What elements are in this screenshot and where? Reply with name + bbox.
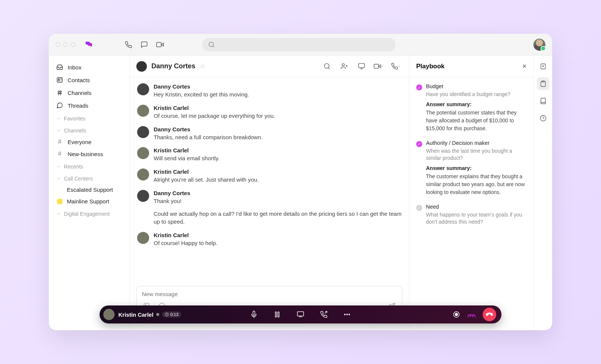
section-recents[interactable]: Recents bbox=[49, 160, 129, 172]
search-icon bbox=[208, 41, 215, 48]
transfer-icon[interactable] bbox=[319, 309, 329, 320]
right-rail bbox=[533, 56, 552, 330]
callcenter-mainline[interactable]: Mainline Support bbox=[49, 196, 129, 207]
svg-rect-34 bbox=[297, 312, 304, 316]
svg-rect-3 bbox=[57, 78, 62, 82]
record-icon[interactable] bbox=[451, 309, 462, 320]
close-window[interactable] bbox=[56, 42, 60, 47]
message-author: Kristin Carlel bbox=[154, 147, 402, 153]
message-author: Danny Cortes bbox=[154, 126, 402, 132]
message-text: Of course! Happy to help. bbox=[154, 239, 402, 247]
sidebar: Inbox Contacts Channels Threads Favorite… bbox=[49, 56, 130, 330]
message-input[interactable] bbox=[142, 291, 397, 297]
svg-point-40 bbox=[455, 313, 458, 316]
add-note-icon[interactable] bbox=[537, 60, 550, 73]
call-icon[interactable] bbox=[122, 38, 135, 51]
section-label: Call Centers bbox=[64, 176, 93, 182]
svg-rect-33 bbox=[278, 312, 279, 317]
hold-icon[interactable] bbox=[272, 309, 282, 320]
check-icon bbox=[416, 84, 422, 90]
favorite-star-icon[interactable]: ☆ bbox=[200, 63, 205, 70]
maximize-window[interactable] bbox=[71, 42, 75, 47]
hash-icon: # bbox=[56, 138, 63, 145]
nav-threads[interactable]: Threads bbox=[49, 99, 129, 112]
message-text: Alright you're all set. Just shared with… bbox=[154, 176, 402, 184]
message-icon[interactable] bbox=[137, 38, 151, 51]
message-author: Kristin Carlel bbox=[154, 168, 402, 175]
messages-list: Danny CortesHey Kristin, excited to get … bbox=[130, 77, 409, 283]
chevron-down-icon bbox=[56, 176, 61, 181]
chevron-up-icon bbox=[56, 116, 61, 121]
minimize-window[interactable] bbox=[63, 42, 68, 47]
section-favorites[interactable]: Favorites bbox=[49, 112, 129, 124]
video-icon[interactable] bbox=[153, 38, 167, 51]
message-text: Will send via email shortly. bbox=[154, 154, 402, 162]
channel-new-business[interactable]: # New-business bbox=[49, 148, 129, 160]
section-channels[interactable]: Channels bbox=[49, 124, 129, 136]
svg-rect-32 bbox=[275, 312, 276, 317]
svg-rect-17 bbox=[374, 64, 378, 68]
playbook-body: BudgetHave you identified a budget range… bbox=[409, 77, 533, 330]
playbook-item-title: Authority / Decision maker bbox=[426, 140, 527, 146]
conversation-header: Danny Cortes ☆ bbox=[130, 56, 409, 77]
hangup-button[interactable] bbox=[483, 308, 496, 321]
call-contact-name: Kristin Carlel bbox=[118, 311, 153, 318]
call-status-dot bbox=[156, 313, 159, 316]
message-row: Kristin CarlelOf course! Happy to help. bbox=[137, 232, 402, 247]
section-callcenters[interactable]: Call Centers bbox=[49, 172, 129, 184]
svg-point-11 bbox=[342, 63, 344, 66]
nav-label: Channels bbox=[68, 90, 91, 96]
playbook-header: Playbook × bbox=[409, 56, 533, 77]
svg-point-37 bbox=[347, 314, 348, 315]
profile-avatar[interactable] bbox=[533, 39, 545, 51]
video-call-icon[interactable] bbox=[372, 60, 385, 73]
phone-call-icon[interactable] bbox=[390, 60, 402, 73]
svg-rect-14 bbox=[358, 63, 364, 68]
callcenter-label: Escalated Support bbox=[67, 187, 113, 193]
playbook-question: What happens to your team's goals if you… bbox=[426, 211, 527, 226]
message-avatar bbox=[137, 190, 149, 202]
playbook-question: When was the last time you bought a simi… bbox=[426, 147, 527, 162]
svg-point-1 bbox=[209, 42, 213, 47]
message-text: Could we actually hop on a call? I'd lik… bbox=[154, 210, 402, 226]
message-row: Kristin CarlelWill send via email shortl… bbox=[137, 147, 402, 162]
callcenter-escalated[interactable]: Escalated Support bbox=[49, 184, 129, 196]
mute-icon[interactable] bbox=[249, 309, 259, 320]
inbox-icon bbox=[56, 64, 63, 71]
nav-channels[interactable]: Channels bbox=[49, 86, 129, 99]
add-person-icon[interactable] bbox=[338, 60, 350, 73]
nav-label: Inbox bbox=[68, 64, 82, 71]
section-label: Channels bbox=[64, 128, 86, 134]
message-avatar bbox=[137, 83, 149, 95]
message-avatar bbox=[137, 126, 149, 138]
playbook-summary-label: Answer summary: bbox=[426, 101, 527, 107]
close-icon[interactable]: × bbox=[522, 62, 527, 71]
section-label: Recents bbox=[64, 164, 83, 170]
nav-inbox[interactable]: Inbox bbox=[49, 61, 129, 74]
app-window: Inbox Contacts Channels Threads Favorite… bbox=[49, 34, 552, 330]
playbook-question: Have you identified a budget range? bbox=[426, 91, 527, 98]
contact-name: Danny Cortes bbox=[151, 62, 195, 70]
color-swatch bbox=[57, 187, 62, 193]
conversation-panel: Danny Cortes ☆ Danny CortesHey Kristin, … bbox=[130, 56, 409, 330]
message-avatar bbox=[137, 105, 149, 117]
nav-contacts[interactable]: Contacts bbox=[49, 74, 129, 86]
section-digital-engagement[interactable]: Digital Engagement bbox=[49, 207, 129, 219]
clipboard-icon[interactable] bbox=[537, 77, 550, 90]
window-controls[interactable] bbox=[56, 42, 75, 47]
search-input[interactable] bbox=[202, 38, 396, 51]
channel-everyone[interactable]: # Everyone bbox=[49, 136, 129, 148]
check-icon bbox=[416, 141, 422, 147]
svg-point-36 bbox=[344, 314, 346, 315]
svg-rect-28 bbox=[542, 81, 544, 82]
ai-assist-icon[interactable] bbox=[467, 309, 477, 320]
screen-share-icon[interactable] bbox=[355, 60, 368, 73]
more-icon[interactable] bbox=[342, 309, 352, 320]
share-screen-icon[interactable] bbox=[295, 309, 306, 320]
search-conversation-icon[interactable] bbox=[320, 60, 333, 73]
color-swatch bbox=[57, 199, 62, 204]
threads-icon bbox=[56, 102, 63, 109]
book-icon[interactable] bbox=[537, 95, 550, 107]
playbook-item: Authority / Decision makerWhen was the l… bbox=[416, 140, 527, 196]
history-icon[interactable] bbox=[537, 112, 550, 125]
